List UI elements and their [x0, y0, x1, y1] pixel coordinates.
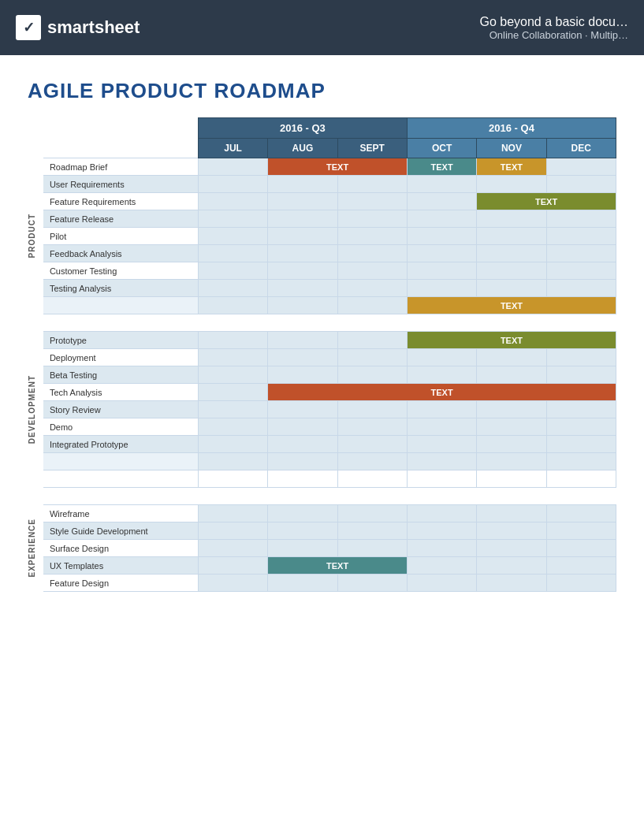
cell-sept — [337, 366, 407, 384]
cell-aug-sept-bar: TEXT — [268, 158, 408, 176]
cell-aug — [268, 540, 337, 557]
cell-jul — [198, 193, 267, 210]
row-label: Customer Testing — [43, 262, 199, 280]
header-tagline: Go beyond a basic docu… Online Collabora… — [479, 15, 628, 41]
row-label: Feedback Analysis — [43, 245, 199, 262]
cell-nov — [477, 245, 546, 262]
row-label: Prototype — [43, 332, 199, 349]
cell-dec — [546, 245, 616, 262]
cell-oct — [407, 470, 476, 488]
cell-jul — [198, 505, 267, 522]
cell-sept — [337, 401, 407, 418]
cell-oct — [407, 522, 476, 540]
tagline-main: Go beyond a basic docu… — [479, 15, 628, 29]
cell-nov — [477, 575, 546, 592]
logo-area: ✓ smartsheet — [16, 15, 140, 40]
cell-aug — [268, 210, 337, 228]
cell-jul — [198, 522, 267, 540]
cell-oct — [407, 540, 476, 557]
row-label: Deployment — [43, 349, 199, 366]
exp-wireframe: EXPERIENCE Wireframe — [28, 505, 616, 522]
cell-jul — [198, 210, 267, 228]
row-label: Testing Analysis — [43, 280, 199, 297]
cell-oct — [407, 557, 476, 575]
cell-jul — [198, 332, 267, 349]
cell-aug — [268, 349, 337, 366]
cell-jul — [198, 470, 267, 488]
row-label: Feature Requirements — [43, 193, 199, 210]
cell-aug — [268, 176, 337, 193]
cell-aug-dec-bar: TEXT — [268, 384, 616, 401]
cell-sept — [337, 540, 407, 557]
cell-aug — [268, 453, 337, 470]
product-footer-label — [43, 297, 199, 314]
cell-sept — [337, 505, 407, 522]
cell-sept — [337, 228, 407, 245]
cell-oct — [407, 262, 476, 280]
cell-dec — [546, 349, 616, 366]
cell-oct — [407, 210, 476, 228]
dev-tech-analysis: Tech Analysis TEXT — [28, 384, 616, 401]
cell-sept — [337, 575, 407, 592]
cell-dec — [546, 228, 616, 245]
cell-nov — [477, 401, 546, 418]
cell-aug — [268, 332, 337, 349]
dev-beta-testing: Beta Testing — [28, 366, 616, 384]
separator-1 — [28, 314, 616, 332]
cell-sept — [337, 470, 407, 488]
gantt-table: 2016 - Q3 2016 - Q4 JUL AUG SEPT OCT NOV… — [28, 117, 616, 592]
month-label-spacer — [28, 139, 198, 158]
cell-nov — [477, 280, 546, 297]
main-content: AGILE PRODUCT ROADMAP 2016 - Q3 2016 - Q… — [0, 55, 644, 608]
dev-section-label: DEVELOPMENT — [28, 332, 43, 488]
cell-oct — [407, 505, 476, 522]
cell-nov — [477, 453, 546, 470]
dev-spacer-label-2 — [43, 470, 199, 488]
page-title: AGILE PRODUCT ROADMAP — [28, 79, 616, 103]
cell-oct — [407, 280, 476, 297]
cell-dec — [546, 210, 616, 228]
separator-2 — [28, 488, 616, 505]
cell-sept — [337, 436, 407, 453]
cell-sept — [337, 193, 407, 210]
cell-jul — [198, 540, 267, 557]
cell-nov — [477, 366, 546, 384]
cell-jul — [198, 280, 267, 297]
month-header-row: JUL AUG SEPT OCT NOV DEC — [28, 139, 616, 158]
row-label: Feature Design — [43, 575, 199, 592]
product-roadmap-brief: PRODUCT Roadmap Brief TEXT TEXT TEXT — [28, 158, 616, 176]
cell-dec — [546, 158, 616, 176]
cell-dec — [546, 262, 616, 280]
product-user-req: User Requirements — [28, 176, 616, 193]
exp-feature-design: Feature Design — [28, 575, 616, 592]
cell-oct — [407, 401, 476, 418]
cell-aug — [268, 193, 337, 210]
row-label: Tech Analysis — [43, 384, 199, 401]
cell-dec — [546, 557, 616, 575]
cell-nov — [477, 436, 546, 453]
cell-oct — [407, 228, 476, 245]
cell-dec — [546, 540, 616, 557]
row-label: Surface Design — [43, 540, 199, 557]
cell-aug — [268, 505, 337, 522]
dev-demo: Demo — [28, 418, 616, 436]
row-label: Roadmap Brief — [43, 158, 199, 176]
cell-sept — [337, 210, 407, 228]
cell-aug — [268, 297, 337, 314]
cell-dec — [546, 505, 616, 522]
cell-nov — [477, 470, 546, 488]
cell-nov-bar: TEXT — [477, 158, 546, 176]
cell-oct — [407, 366, 476, 384]
cell-oct — [407, 453, 476, 470]
cell-oct-bar: TEXT — [407, 158, 476, 176]
cell-sept — [337, 297, 407, 314]
exp-style-guide: Style Guide Development — [28, 522, 616, 540]
cell-jul — [198, 366, 267, 384]
cell-dec — [546, 470, 616, 488]
month-dec: DEC — [546, 139, 616, 158]
cell-oct — [407, 245, 476, 262]
row-label: User Requirements — [43, 176, 199, 193]
cell-aug — [268, 228, 337, 245]
cell-jul — [198, 262, 267, 280]
cell-nov — [477, 349, 546, 366]
